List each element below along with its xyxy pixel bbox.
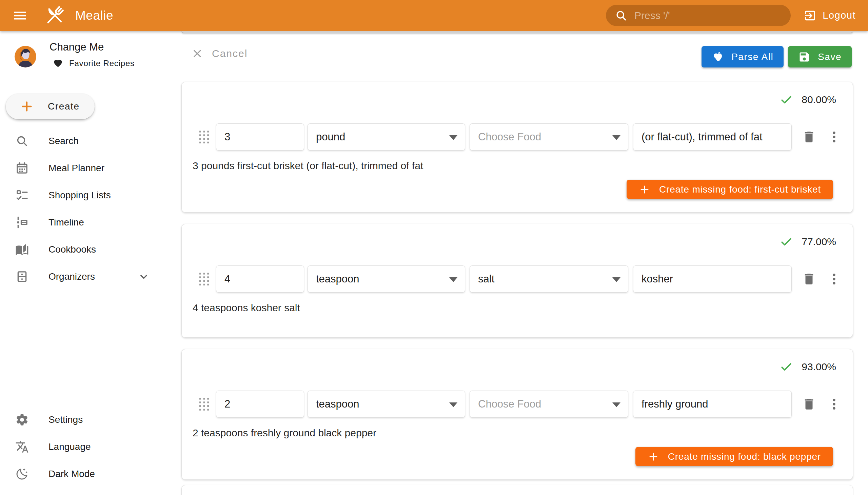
quantity-input[interactable]	[216, 123, 304, 151]
sidebar-divider	[0, 82, 164, 82]
quantity-input[interactable]	[216, 266, 304, 293]
moon-icon	[15, 467, 29, 481]
plus-icon	[20, 100, 34, 113]
logout-label: Logout	[822, 10, 856, 21]
missing-food-row: Create missing food: black pepper	[192, 447, 842, 466]
sidebar-item-search[interactable]: Search	[0, 127, 164, 155]
confidence-value: 77.00%	[802, 236, 836, 248]
sidebar-item-organizers[interactable]: Organizers	[0, 263, 164, 290]
note-input[interactable]	[633, 391, 792, 418]
ingredient-card: 77.00% teaspoon salt 4 teaspoons kosher …	[182, 224, 853, 338]
confidence-row: 93.00%	[192, 359, 842, 374]
unit-select[interactable]: pound	[308, 123, 465, 151]
next-ingredient-card-partial	[182, 485, 853, 495]
search-placeholder: Press '/'	[634, 10, 670, 21]
favorite-recipes-link[interactable]: Favorite Recipes	[53, 59, 135, 68]
plus-icon	[648, 451, 659, 462]
food-select[interactable]: salt	[470, 266, 628, 293]
unit-select[interactable]: teaspoon	[308, 266, 465, 293]
profile-name: Change Me	[50, 41, 104, 53]
mealie-logo-icon	[44, 4, 66, 27]
sidebar-item-dark-mode[interactable]: Dark Mode	[0, 460, 164, 488]
sidebar-item-cookbooks[interactable]: Cookbooks	[0, 236, 164, 263]
search-icon	[15, 134, 29, 148]
ingredient-card: 80.00% pound Choose Food 3 pounds first-…	[182, 82, 853, 212]
cancel-button[interactable]: Cancel	[191, 48, 248, 59]
sidebar-item-settings[interactable]: Settings	[0, 406, 164, 433]
sidebar: Change Me Favorite Recipes Create Search…	[0, 31, 164, 495]
missing-food-row: Create missing food: first-cut brisket	[192, 180, 842, 199]
scrolled-card-edge	[182, 31, 853, 33]
sidebar-item-language[interactable]: Language	[0, 433, 164, 460]
kebab-menu-icon	[827, 397, 841, 411]
sidebar-bottom-nav: Settings Language Dark Mode	[0, 406, 164, 488]
confidence-value: 93.00%	[802, 361, 836, 373]
create-missing-food-button[interactable]: Create missing food: first-cut brisket	[627, 180, 833, 199]
main-content: Cancel Parse All Save 80.00% pound Choos…	[164, 31, 868, 495]
ingredient-fields-row: teaspoon Choose Food	[192, 391, 842, 418]
ingredient-card-list: 80.00% pound Choose Food 3 pounds first-…	[182, 82, 853, 480]
check-icon	[780, 93, 793, 106]
ingredient-menu-button[interactable]	[826, 396, 842, 412]
parse-all-label: Parse All	[731, 52, 773, 62]
drag-handle-icon[interactable]	[196, 270, 212, 288]
book-icon	[15, 243, 29, 256]
heart-icon	[53, 59, 63, 68]
search-icon	[615, 9, 628, 22]
chevron-down-icon[interactable]	[138, 271, 150, 283]
search-input[interactable]: Press '/'	[606, 5, 791, 26]
ingredient-menu-button[interactable]	[826, 129, 842, 145]
timeline-icon	[15, 216, 29, 229]
delete-ingredient-button[interactable]	[801, 396, 817, 412]
food-select[interactable]: Choose Food	[470, 123, 628, 151]
cabinet-icon	[15, 270, 29, 284]
create-missing-food-button[interactable]: Create missing food: black pepper	[635, 447, 833, 466]
avatar[interactable]	[15, 46, 36, 67]
drag-handle-icon[interactable]	[196, 395, 212, 413]
confidence-value: 80.00%	[802, 94, 836, 105]
sidebar-nav: Search Meal Planner Shopping Lists Timel…	[0, 127, 164, 290]
trash-icon	[802, 130, 816, 144]
parsed-ingredient-text: 4 teaspoons kosher salt	[192, 302, 842, 313]
delete-ingredient-button[interactable]	[801, 129, 817, 145]
note-input[interactable]	[633, 123, 792, 151]
ingredient-fields-row: teaspoon salt	[192, 266, 842, 293]
drag-handle-icon[interactable]	[196, 128, 212, 146]
save-label: Save	[818, 52, 841, 62]
apple-icon	[712, 51, 724, 63]
checklist-icon	[15, 188, 29, 202]
parsed-ingredient-text: 3 pounds first-cut brisket (or flat-cut)…	[192, 160, 842, 172]
cancel-label: Cancel	[212, 48, 248, 59]
check-icon	[780, 360, 793, 373]
app-title: Mealie	[75, 8, 113, 23]
ingredient-menu-button[interactable]	[826, 271, 842, 287]
confidence-row: 80.00%	[192, 92, 842, 107]
quantity-input[interactable]	[216, 391, 304, 418]
close-icon	[191, 48, 203, 59]
sidebar-item-meal-planner[interactable]: Meal Planner	[0, 155, 164, 182]
create-button-label: Create	[48, 101, 80, 112]
calendar-icon	[15, 161, 29, 175]
ingredient-card: 93.00% teaspoon Choose Food 2 teaspoons …	[182, 349, 853, 480]
logout-button[interactable]: Logout	[800, 0, 859, 31]
confidence-row: 77.00%	[192, 234, 842, 249]
translate-icon	[15, 440, 29, 454]
unit-select[interactable]: teaspoon	[308, 391, 465, 418]
toolbar-actions: Parse All Save	[701, 46, 852, 67]
logout-icon	[804, 9, 816, 22]
create-button[interactable]: Create	[6, 93, 95, 119]
sidebar-item-timeline[interactable]: Timeline	[0, 209, 164, 236]
delete-ingredient-button[interactable]	[801, 271, 817, 287]
menu-icon[interactable]	[12, 8, 28, 23]
save-button[interactable]: Save	[788, 46, 852, 67]
app-bar: Mealie Press '/' Logout	[0, 0, 868, 31]
parse-all-button[interactable]: Parse All	[701, 46, 784, 67]
sidebar-item-shopping-lists[interactable]: Shopping Lists	[0, 182, 164, 209]
food-select[interactable]: Choose Food	[470, 391, 628, 418]
ingredient-fields-row: pound Choose Food	[192, 123, 842, 151]
kebab-menu-icon	[827, 130, 841, 144]
note-input[interactable]	[633, 266, 792, 293]
parsed-ingredient-text: 2 teaspoons freshly ground black pepper	[192, 427, 842, 439]
trash-icon	[802, 397, 816, 411]
plus-icon	[639, 184, 650, 195]
